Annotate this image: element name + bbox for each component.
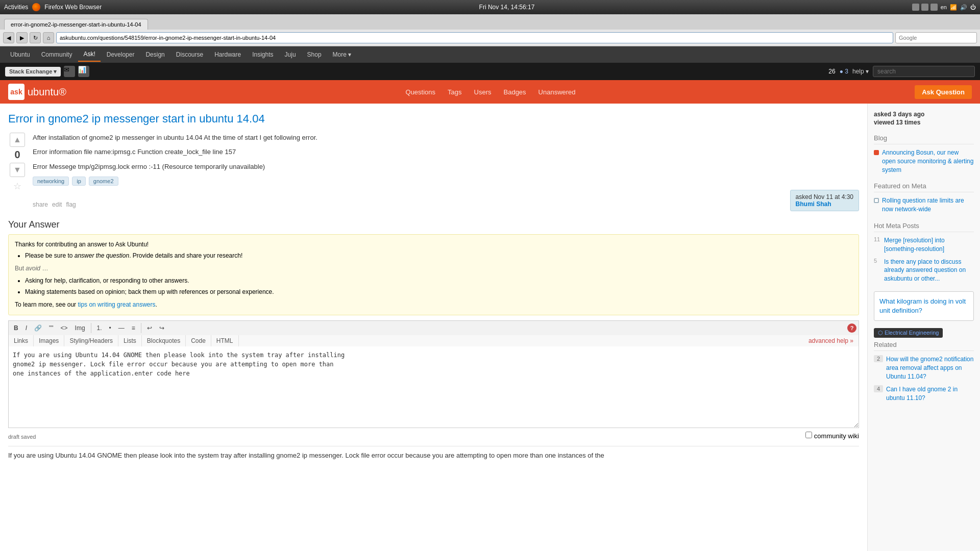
- toolbar-italic[interactable]: I: [22, 323, 30, 333]
- answer-guidance: Thanks for contributing an answer to Ask…: [8, 234, 859, 315]
- vote-up-button[interactable]: ▲: [10, 133, 25, 147]
- community-wiki-checkbox[interactable]: [805, 432, 812, 438]
- toolbar-redo[interactable]: ↪: [156, 323, 167, 333]
- asked-stat-time: 3 days ago: [893, 111, 924, 118]
- related-link-2[interactable]: Can I have old gnome 2 in ubuntu 11.10?: [886, 385, 974, 403]
- editor-tab-lists[interactable]: Lists: [118, 335, 142, 346]
- answer-section: Your Answer Thanks for contributing an a…: [8, 219, 859, 461]
- flag-action[interactable]: flag: [66, 201, 76, 208]
- ubuntu-nav-ask[interactable]: Ask!: [78, 47, 100, 62]
- hot-meta-title: Hot Meta Posts: [874, 222, 974, 232]
- se-header: Stack Exchange ▾ ✉ 📊 26 ● 3 help ▾: [0, 63, 980, 80]
- hot-meta-link-2[interactable]: Is there any place to discuss already an…: [884, 258, 974, 283]
- toolbar-bold[interactable]: B: [11, 323, 21, 333]
- share-action[interactable]: share: [33, 201, 48, 208]
- question-body: After installation of gnome2 ip messenge…: [33, 133, 859, 211]
- vote-count: 0: [14, 149, 20, 161]
- toolbar-hr[interactable]: ≡: [129, 323, 138, 333]
- back-button[interactable]: ◀: [3, 32, 14, 43]
- reload-button[interactable]: ↻: [30, 32, 41, 43]
- editor-tab-links[interactable]: Links: [9, 335, 34, 346]
- toolbar-link[interactable]: 🔗: [31, 323, 45, 333]
- tag-networking[interactable]: networking: [33, 177, 69, 186]
- advanced-help-link[interactable]: advanced help »: [803, 335, 859, 346]
- activities-label[interactable]: Activities: [4, 4, 28, 11]
- au-site-name: ubuntu®: [28, 86, 66, 98]
- ubuntu-nav-shop[interactable]: Shop: [302, 48, 327, 61]
- hot-meta-link-1[interactable]: Merge [resolution] into [something-resol…: [884, 236, 974, 254]
- toolbar-quote[interactable]: "": [46, 323, 57, 333]
- learn-more: To learn more, see our tips on writing g…: [15, 300, 852, 310]
- au-nav-tags[interactable]: Tags: [443, 86, 467, 98]
- ubuntu-nav-developer[interactable]: Developer: [102, 48, 140, 61]
- toolbar-ordered-list[interactable]: 1.: [94, 323, 105, 333]
- forward-button[interactable]: ▶: [16, 32, 28, 43]
- tray-icon-3: [930, 4, 938, 11]
- favorite-button[interactable]: ☆: [10, 179, 25, 193]
- system-tray: [912, 4, 938, 11]
- guidance-intro: Thanks for contributing an answer to Ask…: [15, 240, 852, 249]
- address-bar[interactable]: [56, 32, 893, 43]
- tab-bar: error-in-gnome2-ip-messenger-start-in-ub…: [0, 14, 980, 30]
- toolbar-code[interactable]: <>: [58, 323, 71, 333]
- ubuntu-nav-hardware[interactable]: Hardware: [209, 48, 246, 61]
- editor-tab-blockquotes[interactable]: Blockquotes: [142, 335, 186, 346]
- active-tab[interactable]: error-in-gnome2-ip-messenger-start-in-ub…: [4, 19, 148, 30]
- ubuntu-nav-discourse[interactable]: Discourse: [171, 48, 208, 61]
- edit-action[interactable]: edit: [52, 201, 62, 208]
- tag-gnome2[interactable]: gnome2: [89, 177, 118, 186]
- tips-link[interactable]: tips on writing great answers: [78, 301, 155, 308]
- au-nav-badges[interactable]: Badges: [499, 86, 531, 98]
- ubuntu-nav-design[interactable]: Design: [140, 48, 169, 61]
- meta-icon-1: [874, 198, 879, 203]
- se-logo[interactable]: Stack Exchange ▾: [5, 67, 61, 77]
- meta-link-1[interactable]: Rolling question rate limits are now net…: [882, 196, 974, 214]
- se-inbox-icon[interactable]: ✉: [64, 66, 75, 77]
- ubuntu-nav-more[interactable]: More ▾: [328, 48, 357, 61]
- browser-search-input[interactable]: [895, 32, 977, 43]
- tray-icon-1: [912, 4, 919, 11]
- toolbar-undo[interactable]: ↩: [144, 323, 155, 333]
- taskbar-left: Activities Firefox Web Browser: [4, 3, 102, 11]
- editor-tab-styling[interactable]: Styling/Headers: [64, 335, 118, 346]
- au-logo-icon: ask: [8, 84, 24, 100]
- ask-question-button[interactable]: Ask Question: [915, 85, 972, 99]
- locale-label: en: [941, 4, 947, 10]
- se-search-input[interactable]: [873, 66, 975, 77]
- answer-textarea[interactable]: If you are using Ubuntu 14.04 GNOME then…: [8, 346, 859, 428]
- ubuntu-nav-community[interactable]: Community: [36, 48, 78, 61]
- kilogram-question[interactable]: What kilogram is doing in volt unit defi…: [879, 297, 968, 315]
- related-link-1[interactable]: How will the gnome2 notification area re…: [886, 355, 974, 381]
- editor-tab-images[interactable]: Images: [34, 335, 64, 346]
- ubuntu-nav-juju[interactable]: Juju: [280, 48, 301, 61]
- tag-ip[interactable]: ip: [72, 177, 86, 186]
- asked-label: asked Nov 11 at 4:30: [796, 193, 853, 201]
- viewed-stat-count: 13 times: [896, 119, 920, 126]
- editor-tab-html[interactable]: HTML: [211, 335, 239, 346]
- taskbar-right: en 📶 🔊 ⏻: [912, 4, 976, 11]
- blog-link-1[interactable]: Announcing Bosun, our new open source mo…: [882, 148, 974, 174]
- vote-down-button[interactable]: ▼: [10, 163, 25, 177]
- hot-meta-item-1: 11 Merge [resolution] into [something-re…: [874, 236, 974, 254]
- tray-icon-2: [921, 4, 928, 11]
- question-area: Error in gnome2 ip messenger start in ub…: [0, 104, 868, 551]
- ubuntu-nav-insights[interactable]: Insights: [247, 48, 278, 61]
- au-nav-questions[interactable]: Questions: [401, 86, 441, 98]
- au-header: ask ubuntu® Questions Tags Users Badges …: [0, 80, 980, 104]
- se-achievements-icon[interactable]: 📊: [78, 66, 89, 77]
- toolbar-heading[interactable]: —: [115, 323, 128, 333]
- community-wiki-label[interactable]: community wiki: [805, 432, 859, 440]
- editor-tab-code[interactable]: Code: [186, 335, 211, 346]
- toolbar-unordered-list[interactable]: •: [106, 323, 114, 333]
- toolbar-image[interactable]: Img: [72, 323, 88, 333]
- au-nav-unanswered[interactable]: Unanswered: [533, 86, 581, 98]
- toolbar-help[interactable]: ?: [847, 323, 856, 333]
- home-button[interactable]: ⌂: [43, 32, 54, 43]
- au-logo-text: ask: [10, 88, 22, 96]
- ee-badge[interactable]: Electrical Engineering: [874, 328, 943, 338]
- se-badge: ● 3: [840, 68, 848, 75]
- ubuntu-nav-ubuntu[interactable]: Ubuntu: [5, 48, 35, 61]
- author-link[interactable]: Bhumi Shah: [796, 201, 831, 208]
- se-help[interactable]: help ▾: [852, 68, 869, 75]
- au-nav-users[interactable]: Users: [469, 86, 497, 98]
